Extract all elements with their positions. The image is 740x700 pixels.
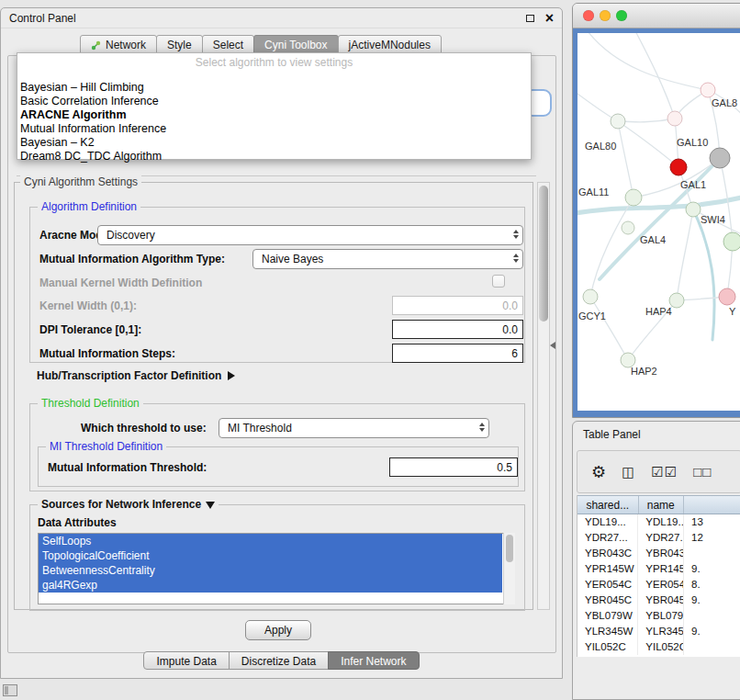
network-node-label: GCY1 bbox=[578, 310, 606, 322]
dropdown-empty-item[interactable] bbox=[17, 70, 531, 81]
kernel-width-field: 0.0 bbox=[392, 296, 523, 315]
table-cell: 13 bbox=[684, 514, 740, 530]
settings-scrollbar[interactable] bbox=[537, 182, 550, 610]
algorithm-option[interactable]: Dream8 DC_TDC Algorithm bbox=[17, 150, 531, 164]
panel-collapse-arrow[interactable] bbox=[550, 342, 555, 349]
data-attributes-list: SelfLoopsTopologicalCoefficientBetweenne… bbox=[38, 533, 515, 604]
table-row[interactable]: YBL079WYBL079W bbox=[577, 608, 740, 624]
float-window-icon[interactable] bbox=[526, 15, 534, 22]
table-cell: YDL19... bbox=[577, 514, 638, 530]
network-node-label: GAL11 bbox=[578, 186, 609, 198]
column-header[interactable] bbox=[684, 496, 740, 514]
table-cell: YLR345W bbox=[577, 624, 638, 639]
table-cell: YER054C bbox=[577, 577, 638, 593]
tab-impute-data[interactable]: Impute Data bbox=[143, 651, 229, 670]
mi-steps-field[interactable]: 6 bbox=[392, 344, 523, 363]
dpi-tolerance-field[interactable]: 0.0 bbox=[392, 320, 523, 339]
table-row[interactable]: YLR345WYLR345W9. bbox=[577, 624, 740, 639]
network-node[interactable] bbox=[710, 148, 730, 168]
mi-type-select[interactable]: Naive Bayes bbox=[252, 249, 523, 269]
network-node-label: HAP4 bbox=[645, 306, 672, 317]
collapse-arrow-icon bbox=[206, 502, 215, 509]
close-panel-icon[interactable]: × bbox=[545, 14, 554, 23]
unselect-all-columns-icon[interactable]: □□ bbox=[693, 464, 712, 480]
algorithm-option[interactable]: Bayesian – K2 bbox=[17, 136, 531, 150]
algorithm-option[interactable]: ARACNE Algorithm bbox=[17, 108, 531, 122]
close-window-icon[interactable] bbox=[583, 10, 594, 21]
tab-label: Select bbox=[213, 39, 243, 51]
traffic-lights bbox=[583, 10, 627, 21]
network-node[interactable] bbox=[625, 189, 642, 206]
minimize-window-icon[interactable] bbox=[600, 10, 611, 21]
network-node[interactable] bbox=[686, 202, 701, 217]
sources-title: Sources for Network Inference bbox=[41, 498, 201, 511]
apply-button[interactable]: Apply bbox=[245, 620, 311, 640]
table-row[interactable]: YBR045CYBR045C9. bbox=[577, 593, 740, 608]
table-row[interactable]: YDR27...YDR27...12 bbox=[577, 530, 740, 546]
column-header[interactable]: name bbox=[639, 496, 684, 514]
kernel-width-value: 0.0 bbox=[502, 299, 518, 312]
dropdown-placeholder: Select algorithm to view settings bbox=[17, 55, 531, 70]
table-row[interactable]: YIL052CYIL052C bbox=[577, 639, 740, 655]
data-attribute-item[interactable]: SelfLoops bbox=[39, 534, 502, 548]
combo-arrows-icon bbox=[513, 230, 519, 239]
table-cell: YBR045C bbox=[638, 593, 684, 608]
table-panel-window: Table Panel ⚙◫☑☑□□ shared...name YDL19..… bbox=[572, 421, 740, 700]
table-cell: 9. bbox=[684, 624, 740, 639]
tab-infer-network[interactable]: Infer Network bbox=[328, 651, 419, 670]
sources-expander[interactable]: Sources for Network Inference bbox=[38, 498, 219, 511]
list-scrollbar[interactable] bbox=[503, 533, 515, 604]
select-all-columns-icon[interactable]: ☑☑ bbox=[651, 464, 678, 480]
algorithm-option[interactable]: Bayesian – Hill Climbing bbox=[17, 81, 531, 95]
dpi-tolerance-label: DPI Tolerance [0,1]: bbox=[39, 323, 141, 336]
table-cell: YPR145W bbox=[638, 561, 684, 577]
data-attribute-item[interactable]: BetweennessCentrality bbox=[39, 563, 502, 578]
zoom-window-icon[interactable] bbox=[616, 10, 627, 21]
data-attribute-item[interactable]: gal4RGexp bbox=[39, 578, 502, 593]
network-canvas[interactable]: GAL8GAL80GAL10GAL11GAL1SWI4GAL4GCY1HAP4Y… bbox=[577, 33, 740, 411]
table-row[interactable]: YPR145WYPR145W9. bbox=[577, 561, 740, 577]
algorithm-definition-title: Algorithm Definition bbox=[38, 200, 140, 213]
tab-label: jActiveMNodules bbox=[349, 39, 431, 51]
network-node-label: GAL1 bbox=[680, 179, 706, 190]
network-node[interactable] bbox=[667, 111, 682, 126]
control-panel-window: Control Panel × NetworkStyleSelectCyni T… bbox=[0, 7, 563, 679]
table-row[interactable]: YDL19...YDL19...13 bbox=[577, 514, 740, 530]
aracne-mode-select[interactable]: Discovery bbox=[97, 225, 523, 245]
network-node[interactable] bbox=[611, 114, 625, 129]
kernel-width-label: Kernel Width (0,1): bbox=[39, 299, 137, 312]
table-cell: YIL052C bbox=[638, 639, 684, 655]
algorithm-option[interactable]: Basic Correlation Inference bbox=[17, 95, 531, 108]
mi-type-value: Naive Bayes bbox=[262, 253, 323, 265]
mi-threshold-field[interactable]: 0.5 bbox=[389, 457, 518, 477]
dpi-tolerance-value: 0.0 bbox=[502, 323, 518, 336]
network-node[interactable] bbox=[701, 83, 715, 97]
network-node[interactable] bbox=[723, 232, 740, 251]
algorithm-option[interactable]: Mutual Information Inference bbox=[17, 122, 531, 136]
table-cell: YBR043C bbox=[577, 546, 638, 561]
table-panel-title: Table Panel bbox=[583, 428, 641, 441]
table-cell: 12 bbox=[684, 530, 740, 546]
table-row[interactable]: YER054CYER054C8. bbox=[577, 577, 740, 593]
table-cell bbox=[684, 639, 740, 655]
table-settings-gear-icon[interactable]: ⚙ bbox=[591, 462, 606, 482]
settings-scrollbar-thumb[interactable] bbox=[539, 186, 548, 322]
mi-threshold-label: Mutual Information Threshold: bbox=[48, 461, 207, 474]
network-node[interactable] bbox=[719, 288, 735, 305]
show-columns-icon[interactable]: ◫ bbox=[622, 464, 635, 480]
column-header[interactable]: shared... bbox=[577, 496, 639, 514]
network-node[interactable] bbox=[583, 289, 598, 304]
which-threshold-select[interactable]: MI Threshold bbox=[219, 418, 489, 438]
network-node[interactable] bbox=[670, 159, 687, 175]
tab-discretize-data[interactable]: Discretize Data bbox=[229, 651, 329, 670]
table-cell: 8. bbox=[684, 577, 740, 593]
list-scrollbar-thumb[interactable] bbox=[506, 535, 513, 562]
network-node[interactable] bbox=[622, 221, 634, 234]
table-row[interactable]: YBR043CYBR043C bbox=[577, 546, 740, 561]
docked-panel-icon[interactable] bbox=[3, 684, 17, 696]
hub-definition-expander[interactable]: Hub/Transcription Factor Definition bbox=[37, 369, 235, 382]
network-view-frame: GAL8GAL80GAL10GAL11GAL1SWI4GAL4GCY1HAP4Y… bbox=[573, 28, 740, 417]
data-attribute-item[interactable]: TopologicalCoefficient bbox=[39, 548, 502, 563]
algorithm-dropdown-popup: Select algorithm to view settings Bayesi… bbox=[17, 52, 532, 160]
control-panel-titlebar: Control Panel × bbox=[1, 8, 562, 28]
